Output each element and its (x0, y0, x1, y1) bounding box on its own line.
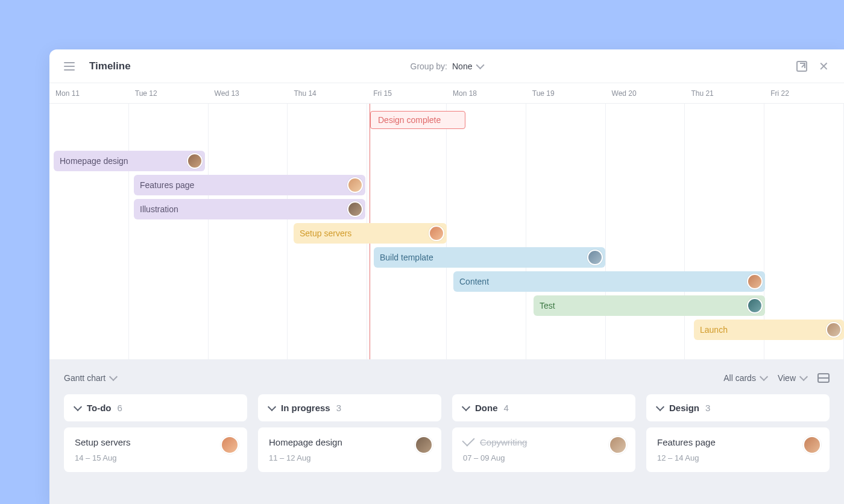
board-view-name: Gantt chart (64, 373, 106, 383)
group-by-select[interactable]: Group by: None (411, 61, 483, 71)
date-column: Wed 13 (209, 83, 288, 103)
column-count: 4 (504, 403, 509, 413)
date-column: Wed 20 (606, 83, 685, 103)
task-label: Homepage design (60, 156, 128, 166)
task-bar[interactable]: Test (534, 295, 765, 316)
date-column: Thu 21 (685, 83, 764, 103)
chevron-down-icon (462, 402, 470, 411)
board-panel: Gantt chart All cards View To-do6Setup s… (49, 359, 844, 504)
date-header: Mon 11Tue 12Wed 13Thu 14Fri 15Mon 18Tue … (49, 83, 844, 104)
board-column: Done4Copywriting07 – 09 Aug (452, 394, 635, 472)
column-name: In progress (281, 403, 330, 413)
avatar[interactable] (415, 436, 433, 454)
column-name: Design (669, 403, 699, 413)
board-column: In progress3Homepage design11 – 12 Aug (258, 394, 441, 472)
column-count: 3 (705, 403, 710, 413)
column-header[interactable]: Design3 (646, 394, 830, 421)
layout-button[interactable] (817, 373, 830, 383)
avatar[interactable] (747, 298, 763, 313)
date-column: Mon 11 (49, 83, 129, 103)
chevron-down-icon (760, 373, 768, 381)
toolbar: Timeline Group by: None ✕ (49, 49, 844, 83)
board-columns: To-do6Setup servers14 – 15 AugIn progres… (64, 394, 830, 472)
layout-icon (817, 373, 830, 383)
group-by-value: None (452, 61, 472, 71)
card-title: Homepage design (269, 437, 430, 447)
milestone-label: Design complete (378, 115, 441, 125)
milestone[interactable]: Design complete (370, 111, 465, 129)
menu-icon[interactable] (64, 62, 75, 71)
avatar[interactable] (347, 201, 363, 217)
card-dates: 07 – 09 Aug (463, 453, 625, 462)
column-name: To-do (87, 403, 112, 413)
avatar[interactable] (221, 436, 239, 454)
chevron-down-icon (476, 60, 484, 69)
cards-filter-label: All cards (723, 373, 756, 383)
task-label: Features page (140, 180, 194, 190)
task-bar[interactable]: Illustration (134, 199, 365, 219)
open-external-icon (796, 61, 807, 72)
column-name: Done (475, 403, 498, 413)
app-window: Timeline Group by: None ✕ Mon 11Tue 12We… (49, 49, 844, 504)
view-label: View (778, 373, 796, 383)
column-header[interactable]: To-do6 (64, 394, 247, 421)
column-header[interactable]: Done4 (452, 394, 635, 421)
chevron-down-icon (109, 373, 118, 381)
card-title: Copywriting (463, 437, 625, 447)
date-column: Mon 18 (447, 83, 526, 103)
task-label: Build template (380, 253, 433, 262)
avatar[interactable] (826, 322, 842, 338)
task-label: Illustration (140, 204, 178, 214)
card[interactable]: Setup servers14 – 15 Aug (64, 427, 247, 472)
avatar[interactable] (803, 436, 821, 454)
board-column: To-do6Setup servers14 – 15 Aug (64, 394, 247, 472)
date-column: Tue 19 (526, 83, 606, 103)
task-bar[interactable]: Build template (374, 247, 605, 268)
task-bar[interactable]: Setup servers (294, 223, 447, 244)
card[interactable]: Features page12 – 14 Aug (646, 427, 830, 472)
board-view-select[interactable]: Gantt chart (64, 373, 116, 383)
avatar[interactable] (187, 153, 203, 169)
date-column: Fri 15 (367, 83, 447, 103)
task-bar[interactable]: Homepage design (54, 151, 205, 171)
board-toolbar: Gantt chart All cards View (64, 368, 830, 388)
card-title: Setup servers (75, 437, 236, 447)
avatar[interactable] (347, 177, 363, 193)
card-title: Features page (657, 437, 819, 447)
card[interactable]: Homepage design11 – 12 Aug (258, 427, 441, 472)
date-column: Tue 12 (129, 83, 209, 103)
page-title: Timeline (89, 60, 131, 72)
card-dates: 11 – 12 Aug (269, 453, 430, 462)
cards-filter-select[interactable]: All cards (723, 373, 767, 383)
close-button[interactable]: ✕ (817, 60, 830, 72)
column-count: 6 (118, 403, 122, 413)
check-icon (462, 433, 474, 446)
chevron-down-icon (656, 402, 664, 411)
task-label: Content (459, 277, 489, 286)
task-bar[interactable]: Content (453, 271, 765, 292)
chevron-down-icon (268, 402, 276, 411)
date-column: Thu 14 (288, 83, 367, 103)
avatar[interactable] (429, 225, 444, 241)
column-header[interactable]: In progress3 (258, 394, 441, 421)
avatar[interactable] (747, 274, 763, 289)
avatar[interactable] (609, 436, 627, 454)
card-dates: 12 – 14 Aug (657, 453, 819, 462)
task-bar[interactable]: Launch (694, 320, 844, 340)
view-select[interactable]: View (778, 373, 807, 383)
column-count: 3 (336, 403, 341, 413)
card-dates: 14 – 15 Aug (75, 453, 236, 462)
task-label: Launch (700, 325, 728, 335)
close-icon: ✕ (819, 60, 829, 72)
chevron-down-icon (799, 373, 808, 381)
board-column: Design3Features page12 – 14 Aug (646, 394, 830, 472)
card[interactable]: Copywriting07 – 09 Aug (452, 427, 635, 472)
chevron-down-icon (74, 402, 82, 411)
task-label: Setup servers (300, 228, 351, 238)
avatar[interactable] (587, 250, 603, 265)
group-by-label: Group by: (411, 61, 447, 71)
date-column: Fri 22 (764, 83, 844, 103)
task-bar[interactable]: Features page (134, 175, 365, 195)
task-label: Test (540, 301, 555, 310)
open-external-button[interactable] (796, 60, 808, 72)
